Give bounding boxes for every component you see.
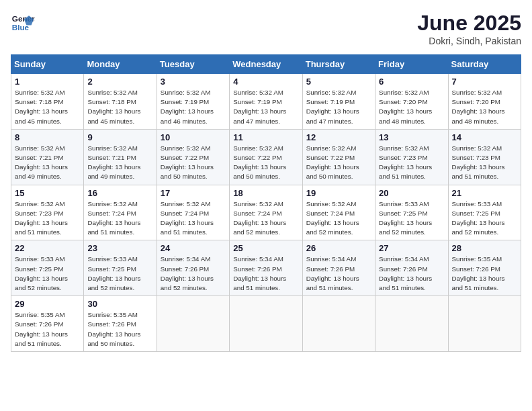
week-row-5: 29Sunrise: 5:35 AM Sunset: 7:26 PM Dayli…: [11, 296, 521, 352]
day-cell: 26Sunrise: 5:34 AM Sunset: 7:26 PM Dayli…: [302, 240, 375, 296]
day-number: 16: [87, 188, 152, 198]
day-info: Sunrise: 5:34 AM Sunset: 7:26 PM Dayligh…: [233, 255, 298, 293]
day-number: 24: [161, 243, 226, 253]
weekday-header-row: SundayMondayTuesdayWednesdayThursdayFrid…: [11, 55, 521, 74]
day-cell: 1Sunrise: 5:32 AM Sunset: 7:18 PM Daylig…: [11, 74, 84, 130]
day-cell: 23Sunrise: 5:33 AM Sunset: 7:25 PM Dayli…: [84, 240, 157, 296]
day-info: Sunrise: 5:35 AM Sunset: 7:26 PM Dayligh…: [87, 310, 152, 349]
day-info: Sunrise: 5:34 AM Sunset: 7:26 PM Dayligh…: [161, 255, 226, 293]
day-info: Sunrise: 5:35 AM Sunset: 7:26 PM Dayligh…: [452, 255, 517, 293]
day-cell: 2Sunrise: 5:32 AM Sunset: 7:18 PM Daylig…: [84, 74, 157, 130]
day-info: Sunrise: 5:32 AM Sunset: 7:22 PM Dayligh…: [306, 144, 371, 182]
day-number: 6: [379, 77, 444, 87]
title-area: June 2025 Dokri, Sindh, Pakistan: [417, 11, 521, 46]
day-info: Sunrise: 5:32 AM Sunset: 7:23 PM Dayligh…: [15, 199, 80, 238]
day-cell: 15Sunrise: 5:32 AM Sunset: 7:23 PM Dayli…: [11, 185, 84, 240]
day-cell: 8Sunrise: 5:32 AM Sunset: 7:21 PM Daylig…: [11, 129, 84, 185]
day-cell: [302, 296, 375, 352]
day-number: 11: [233, 132, 298, 142]
day-cell: 30Sunrise: 5:35 AM Sunset: 7:26 PM Dayli…: [84, 296, 157, 352]
header: General Blue June 2025 Dokri, Sindh, Pak…: [11, 11, 521, 46]
day-number: 2: [87, 77, 152, 87]
day-cell: 4Sunrise: 5:32 AM Sunset: 7:19 PM Daylig…: [230, 74, 302, 130]
day-cell: 18Sunrise: 5:32 AM Sunset: 7:24 PM Dayli…: [230, 185, 302, 240]
day-info: Sunrise: 5:33 AM Sunset: 7:25 PM Dayligh…: [379, 199, 444, 238]
day-number: 21: [452, 188, 517, 198]
day-info: Sunrise: 5:32 AM Sunset: 7:24 PM Dayligh…: [306, 199, 371, 238]
day-number: 12: [306, 132, 371, 142]
day-info: Sunrise: 5:32 AM Sunset: 7:23 PM Dayligh…: [379, 144, 444, 182]
day-cell: 11Sunrise: 5:32 AM Sunset: 7:22 PM Dayli…: [230, 129, 302, 185]
day-info: Sunrise: 5:32 AM Sunset: 7:20 PM Dayligh…: [452, 88, 517, 126]
day-number: 20: [379, 188, 444, 198]
day-info: Sunrise: 5:32 AM Sunset: 7:19 PM Dayligh…: [233, 88, 298, 126]
day-info: Sunrise: 5:32 AM Sunset: 7:24 PM Dayligh…: [87, 199, 152, 238]
day-cell: 24Sunrise: 5:34 AM Sunset: 7:26 PM Dayli…: [157, 240, 229, 296]
day-number: 23: [87, 243, 152, 253]
day-info: Sunrise: 5:32 AM Sunset: 7:18 PM Dayligh…: [15, 88, 80, 126]
day-cell: 14Sunrise: 5:32 AM Sunset: 7:23 PM Dayli…: [448, 129, 521, 185]
day-info: Sunrise: 5:32 AM Sunset: 7:24 PM Dayligh…: [161, 199, 226, 238]
day-number: 10: [161, 132, 226, 142]
day-info: Sunrise: 5:32 AM Sunset: 7:21 PM Dayligh…: [87, 144, 152, 182]
day-info: Sunrise: 5:32 AM Sunset: 7:23 PM Dayligh…: [452, 144, 517, 182]
day-cell: 27Sunrise: 5:34 AM Sunset: 7:26 PM Dayli…: [375, 240, 448, 296]
day-cell: 13Sunrise: 5:32 AM Sunset: 7:23 PM Dayli…: [375, 129, 448, 185]
week-row-3: 15Sunrise: 5:32 AM Sunset: 7:23 PM Dayli…: [11, 185, 521, 240]
day-number: 27: [379, 243, 444, 253]
logo: General Blue: [11, 11, 35, 35]
day-cell: 28Sunrise: 5:35 AM Sunset: 7:26 PM Dayli…: [448, 240, 521, 296]
day-cell: 3Sunrise: 5:32 AM Sunset: 7:19 PM Daylig…: [157, 74, 229, 130]
day-info: Sunrise: 5:32 AM Sunset: 7:22 PM Dayligh…: [161, 144, 226, 182]
day-info: Sunrise: 5:34 AM Sunset: 7:26 PM Dayligh…: [306, 255, 371, 293]
day-cell: 19Sunrise: 5:32 AM Sunset: 7:24 PM Dayli…: [302, 185, 375, 240]
day-info: Sunrise: 5:32 AM Sunset: 7:18 PM Dayligh…: [87, 88, 152, 126]
day-number: 4: [233, 77, 298, 87]
weekday-header-friday: Friday: [375, 55, 448, 74]
day-cell: 12Sunrise: 5:32 AM Sunset: 7:22 PM Dayli…: [302, 129, 375, 185]
day-cell: [448, 296, 521, 352]
day-number: 25: [233, 243, 298, 253]
day-number: 22: [15, 243, 80, 253]
week-row-2: 8Sunrise: 5:32 AM Sunset: 7:21 PM Daylig…: [11, 129, 521, 185]
day-number: 7: [452, 77, 517, 87]
logo-icon: General Blue: [11, 11, 35, 35]
day-number: 29: [15, 299, 80, 309]
day-info: Sunrise: 5:32 AM Sunset: 7:22 PM Dayligh…: [233, 144, 298, 182]
day-cell: 5Sunrise: 5:32 AM Sunset: 7:19 PM Daylig…: [302, 74, 375, 130]
weekday-header-saturday: Saturday: [448, 55, 521, 74]
day-info: Sunrise: 5:32 AM Sunset: 7:20 PM Dayligh…: [379, 88, 444, 126]
day-cell: [375, 296, 448, 352]
day-number: 9: [87, 132, 152, 142]
day-cell: 7Sunrise: 5:32 AM Sunset: 7:20 PM Daylig…: [448, 74, 521, 130]
weekday-header-monday: Monday: [84, 55, 157, 74]
day-info: Sunrise: 5:32 AM Sunset: 7:24 PM Dayligh…: [233, 199, 298, 238]
day-cell: [157, 296, 229, 352]
day-cell: 25Sunrise: 5:34 AM Sunset: 7:26 PM Dayli…: [230, 240, 302, 296]
day-number: 26: [306, 243, 371, 253]
day-info: Sunrise: 5:33 AM Sunset: 7:25 PM Dayligh…: [15, 255, 80, 293]
day-cell: 21Sunrise: 5:33 AM Sunset: 7:25 PM Dayli…: [448, 185, 521, 240]
day-cell: [230, 296, 302, 352]
day-number: 15: [15, 188, 80, 198]
day-cell: 22Sunrise: 5:33 AM Sunset: 7:25 PM Dayli…: [11, 240, 84, 296]
day-cell: 17Sunrise: 5:32 AM Sunset: 7:24 PM Dayli…: [157, 185, 229, 240]
day-info: Sunrise: 5:32 AM Sunset: 7:19 PM Dayligh…: [161, 88, 226, 126]
day-info: Sunrise: 5:34 AM Sunset: 7:26 PM Dayligh…: [379, 255, 444, 293]
day-cell: 20Sunrise: 5:33 AM Sunset: 7:25 PM Dayli…: [375, 185, 448, 240]
day-number: 14: [452, 132, 517, 142]
week-row-1: 1Sunrise: 5:32 AM Sunset: 7:18 PM Daylig…: [11, 74, 521, 130]
day-cell: 9Sunrise: 5:32 AM Sunset: 7:21 PM Daylig…: [84, 129, 157, 185]
day-number: 28: [452, 243, 517, 253]
calendar-table: SundayMondayTuesdayWednesdayThursdayFrid…: [11, 54, 521, 352]
day-info: Sunrise: 5:35 AM Sunset: 7:26 PM Dayligh…: [15, 310, 80, 349]
day-cell: 10Sunrise: 5:32 AM Sunset: 7:22 PM Dayli…: [157, 129, 229, 185]
day-number: 19: [306, 188, 371, 198]
day-info: Sunrise: 5:32 AM Sunset: 7:19 PM Dayligh…: [306, 88, 371, 126]
day-number: 17: [161, 188, 226, 198]
location-subtitle: Dokri, Sindh, Pakistan: [417, 36, 521, 46]
day-number: 3: [161, 77, 226, 87]
day-number: 1: [15, 77, 80, 87]
day-info: Sunrise: 5:32 AM Sunset: 7:21 PM Dayligh…: [15, 144, 80, 182]
day-number: 5: [306, 77, 371, 87]
